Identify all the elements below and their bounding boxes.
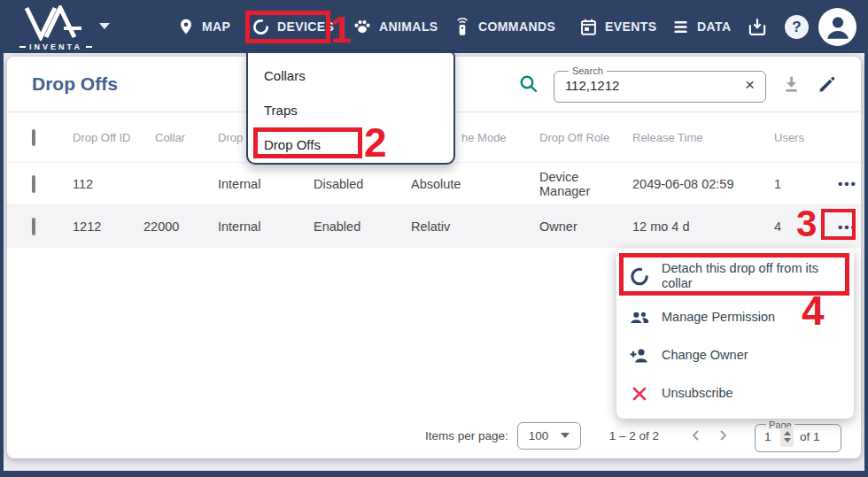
page-number-input[interactable]: 1 xyxy=(764,430,780,443)
menu-item-drop-offs[interactable]: Drop Offs xyxy=(248,127,453,162)
page-number-stepper[interactable] xyxy=(780,427,794,447)
cell-drop-off-id: 1212 xyxy=(73,219,143,234)
cell-drop-off-role: Owner xyxy=(539,219,632,234)
range-label: 1 – 2 of 2 xyxy=(609,429,659,442)
menu-item-label: Change Owner xyxy=(662,348,839,363)
row-checkbox[interactable] xyxy=(32,218,35,235)
search-icon[interactable] xyxy=(518,73,539,95)
menu-item-label: Unsubscribe xyxy=(662,386,839,401)
row-actions-menu-icon[interactable]: ••• xyxy=(836,219,857,235)
cell-users: 1 xyxy=(774,177,836,191)
logo-caret-icon[interactable] xyxy=(99,23,110,29)
devices-dropdown-menu: Collars Traps Drop Offs xyxy=(246,51,455,165)
menu-item-change-owner[interactable]: Change Owner xyxy=(616,336,854,374)
nav-item-animals[interactable]: ANIMALS xyxy=(353,0,438,53)
top-nav: INVENTA MAP DEVICES ANIMALS xyxy=(0,0,868,53)
cell-release-time: 12 mo 4 d xyxy=(632,219,774,234)
col-header-users[interactable]: Users xyxy=(774,131,836,144)
menu-item-manage-permission[interactable]: Manage Permission xyxy=(616,298,854,336)
remote-icon xyxy=(453,17,471,37)
cell-state: Enabled xyxy=(314,219,411,234)
previous-page-button[interactable] xyxy=(691,429,700,442)
map-pin-icon xyxy=(177,17,195,36)
help-button[interactable]: ? xyxy=(785,15,809,39)
cell-release-time: 2049-06-08 02:59 xyxy=(632,177,774,191)
chevron-down-icon xyxy=(561,433,570,438)
col-header-collar[interactable]: Collar xyxy=(143,131,218,144)
col-header-drop-off-id[interactable]: Drop Off ID xyxy=(73,131,143,144)
search-input[interactable] xyxy=(565,78,741,93)
help-icon: ? xyxy=(792,19,801,36)
nav-item-events[interactable]: EVENTS xyxy=(579,0,656,53)
menu-item-traps[interactable]: Traps xyxy=(248,93,453,127)
logo-mark xyxy=(19,5,92,41)
user-avatar[interactable] xyxy=(818,8,856,46)
page-size-value: 100 xyxy=(529,429,549,442)
page-total-label: of 1 xyxy=(800,430,820,443)
menu-item-unsubscribe[interactable]: Unsubscribe xyxy=(616,374,854,412)
person-add-icon xyxy=(629,346,650,365)
row-checkbox[interactable] xyxy=(32,175,35,193)
download-table-icon[interactable] xyxy=(780,73,802,96)
nav-item-data[interactable]: DATA xyxy=(671,0,731,53)
person-icon xyxy=(823,12,853,42)
search-field: Search × xyxy=(554,65,766,103)
cell-time-mode: Relativ xyxy=(411,219,539,234)
nav-item-map[interactable]: MAP xyxy=(177,0,230,53)
export-download-icon xyxy=(746,16,769,39)
col-header-drop-off-role[interactable]: Drop Off Role xyxy=(539,131,632,144)
table-row[interactable]: 1212 22000 Internal Enabled Relativ Owne… xyxy=(7,205,861,248)
nav-item-label: EVENTS xyxy=(605,19,656,34)
menu-item-label: Manage Permission xyxy=(662,310,839,325)
cell-drop-off-type: Internal xyxy=(218,219,314,234)
cell-time-mode: Absolute xyxy=(411,177,539,191)
cell-collar: 22000 xyxy=(143,219,218,234)
stepper-up-icon[interactable] xyxy=(784,431,791,435)
menu-item-collars[interactable]: Collars xyxy=(248,58,453,93)
edit-pencil-icon[interactable] xyxy=(817,73,838,95)
brand-text: INVENTA xyxy=(29,42,82,51)
page-title: Drop Offs xyxy=(32,73,118,95)
nav-item-commands[interactable]: COMMANDS xyxy=(453,0,555,53)
logo-wordmark: INVENTA xyxy=(19,42,92,51)
nav-item-label: DATA xyxy=(697,19,731,34)
stepper-down-icon[interactable] xyxy=(784,438,791,442)
export-button[interactable] xyxy=(746,16,769,42)
nav-item-label: ANIMALS xyxy=(379,19,438,34)
cell-drop-off-id: 112 xyxy=(73,177,143,191)
select-all-checkbox[interactable] xyxy=(32,129,35,146)
cell-users: 4 xyxy=(774,219,836,234)
search-field-label: Search xyxy=(569,65,607,76)
drop-off-ring-icon xyxy=(252,18,270,36)
cell-drop-off-role: Device Manager xyxy=(539,170,632,198)
page-size-select[interactable]: 100 xyxy=(517,422,581,450)
items-per-page-label: Items per page: xyxy=(425,429,508,442)
cell-state: Disabled xyxy=(314,177,411,191)
menu-item-detach-drop-off[interactable]: Detach this drop off from its collar xyxy=(616,254,854,298)
clear-search-icon[interactable]: × xyxy=(741,75,758,95)
row-actions-menu: Detach this drop off from its collar Man… xyxy=(616,249,854,419)
menu-item-label: Detach this drop off from its collar xyxy=(662,261,839,291)
table-row[interactable]: 112 Internal Disabled Absolute Device Ma… xyxy=(7,163,861,205)
nav-item-label: COMMANDS xyxy=(478,19,555,34)
red-cross-icon xyxy=(629,385,650,403)
calendar-icon xyxy=(579,18,598,36)
page-number-field: Page 1 of 1 xyxy=(755,419,841,452)
nav-item-devices[interactable]: DEVICES xyxy=(252,0,334,53)
app-logo[interactable]: INVENTA xyxy=(19,5,92,51)
people-icon xyxy=(629,308,650,327)
cell-drop-off-type: Internal xyxy=(218,177,314,191)
paw-icon xyxy=(353,17,372,36)
row-actions-menu-icon[interactable]: ••• xyxy=(836,176,857,191)
paginator: Items per page: 100 1 – 2 of 2 Page 1 of… xyxy=(7,412,861,458)
col-header-release-time[interactable]: Release Time xyxy=(632,131,774,144)
list-icon xyxy=(671,18,690,36)
nav-item-label: DEVICES xyxy=(277,19,334,34)
drop-off-ring-icon xyxy=(629,265,650,288)
next-page-button[interactable] xyxy=(719,429,728,442)
nav-item-label: MAP xyxy=(202,19,230,34)
